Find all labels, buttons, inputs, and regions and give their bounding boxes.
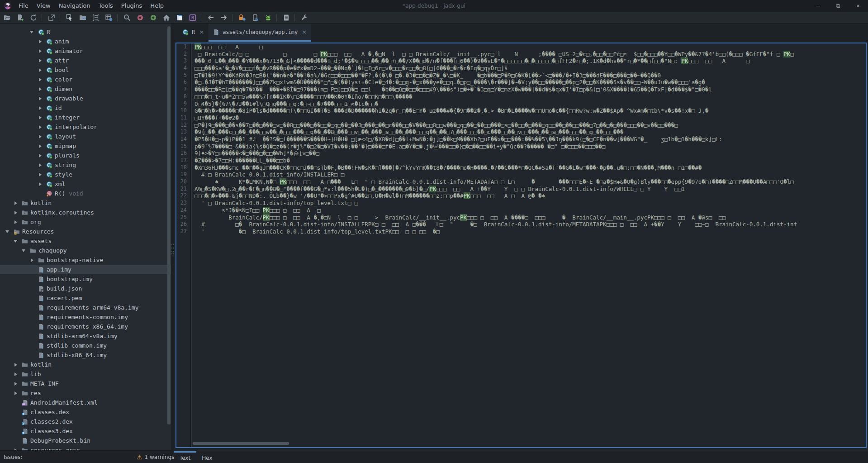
m-plugin-icon[interactable]: M [187,13,199,23]
chevron-collapsed-icon[interactable] [38,97,46,100]
minimize-button[interactable]: – [808,0,828,12]
chevron-collapsed-icon[interactable] [13,382,22,386]
table-setup-icon[interactable] [103,13,115,23]
device-icon[interactable] [249,13,261,23]
tree-item-bootstrap-native[interactable]: bootstrap-native [0,255,171,265]
comment-search-icon[interactable] [147,13,159,23]
tree-item-id[interactable]: id [0,103,171,113]
tree-item-kotlin[interactable]: kotlin [0,360,171,369]
chevron-collapsed-icon[interactable] [38,125,46,129]
chevron-collapsed-icon[interactable] [13,220,22,224]
chevron-collapsed-icon[interactable] [38,135,46,138]
chevron-collapsed-icon[interactable] [13,391,22,395]
tree-item-bool[interactable]: bool [0,65,171,75]
tree-item-requirements-common.imy[interactable]: ?requirements-common.imy [0,312,171,322]
forward-icon[interactable] [218,13,230,23]
tree-item-res[interactable]: res [0,388,171,398]
tree-item-dimen[interactable]: dimen [0,84,171,94]
tree-item-org[interactable]: org [0,217,171,227]
horizontal-scrollbar[interactable] [193,442,289,445]
warnings-chip[interactable]: ⚠ 1 warnings [137,451,174,463]
home-icon[interactable] [161,13,172,23]
chevron-collapsed-icon[interactable] [38,144,46,148]
tree-item-classes2.dex[interactable]: Jclasses2.dex [0,417,171,426]
chevron-collapsed-icon[interactable] [13,201,22,205]
chevron-collapsed-icon[interactable] [13,372,22,376]
view-tab-hex[interactable]: Hex [197,451,217,463]
back-icon[interactable] [205,13,217,23]
tree-item-chaquopy[interactable]: chaquopy [0,246,171,255]
tree-item-cacert.pem[interactable]: ?cacert.pem [0,293,171,303]
close-tab-icon[interactable]: × [301,29,307,35]
tree-item-debugprobeskt.bin[interactable]: ?DebugProbesKt.bin [0,436,171,445]
view-tab-text[interactable]: Text [174,451,196,463]
app-window-icon[interactable] [174,13,185,23]
chevron-collapsed-icon[interactable] [38,173,46,177]
tree-item-string[interactable]: string [0,160,171,170]
menu-view[interactable]: View [33,0,55,12]
tree-item-resources[interactable]: Resources [0,227,171,236]
tree-item-interpolator[interactable]: interpolator [0,122,171,132]
chevron-collapsed-icon[interactable] [38,154,46,158]
chevron-collapsed-icon[interactable] [38,116,46,119]
code-area[interactable]: PK□□□ □□ A □ □ BrainCalc/□ □ □ □ PK□□□ □… [192,43,866,447]
chevron-collapsed-icon[interactable] [38,68,46,72]
tree-item-color[interactable]: color [0,75,171,84]
android-icon[interactable] [262,13,274,23]
tree-item-layout[interactable]: layout [0,132,171,141]
chevron-collapsed-icon[interactable] [38,182,46,186]
menu-navigation[interactable]: Navigation [55,0,95,12]
tree-item-animator[interactable]: animator [0,46,171,56]
tree-item-build.json[interactable]: @build.json [0,284,171,293]
menu-plugins[interactable]: Plugins [117,0,147,12]
tree-item-r[interactable]: mR() void [0,189,171,198]
tree-item-assets[interactable]: assets [0,236,171,246]
menu-file[interactable]: File [14,0,33,12]
tree-item-mipmap[interactable]: mipmap [0,141,171,151]
editor-tab-app.imy[interactable]: ?assets/chaquopy/app.imy× [209,24,311,42]
chevron-collapsed-icon[interactable] [38,163,46,167]
chevron-collapsed-icon[interactable] [13,211,22,215]
tree-scrollbar[interactable] [167,26,171,425]
tree-item-plurals[interactable]: plurals [0,151,171,160]
chevron-collapsed-icon[interactable] [38,87,46,91]
tree-item-resources.arsc[interactable]: resources.arsc [0,445,171,451]
chevron-expanded-icon[interactable] [21,249,30,252]
chevron-collapsed-icon[interactable] [38,49,46,53]
tree-item-requirements-x8664.imy[interactable]: ?requirements-x86_64.imy [0,322,171,331]
export-icon[interactable] [46,13,57,23]
log-icon[interactable] [280,13,292,23]
editor-tab-r[interactable]: R× [178,24,209,42]
open-icon[interactable] [1,13,13,23]
chevron-expanded-icon[interactable] [13,240,22,243]
tree-item-stdlib-common.imy[interactable]: ?stdlib-common.imy [0,341,171,350]
tree-item-classes.dex[interactable]: Jclasses.dex [0,407,171,417]
tree-item-classes3.dex[interactable]: Jclasses3.dex [0,426,171,436]
tree-item-attr[interactable]: attr [0,56,171,65]
chevron-expanded-icon[interactable] [5,230,14,233]
chevron-collapsed-icon[interactable] [38,106,46,110]
maximize-button[interactable]: ⧉ [828,0,848,12]
preferences-icon[interactable] [299,13,310,23]
tree-item-integer[interactable]: integer [0,113,171,122]
tree-item-stdlib-arm64-v8a.imy[interactable]: ?stdlib-arm64-v8a.imy [0,331,171,341]
tree-item-xml[interactable]: xml [0,179,171,189]
class-search-icon[interactable] [134,13,146,23]
code-viewport[interactable]: 1234567891011121314151617181920212223242… [175,43,867,448]
tree-item-app.imy[interactable]: ?app.imy [0,265,171,274]
tree-item-style[interactable]: style [0,170,171,179]
add-files-icon[interactable] [14,13,26,23]
reload-icon[interactable] [28,13,39,23]
deobfuscation-icon[interactable] [236,13,248,23]
list-view-icon[interactable] [90,13,102,23]
search-icon[interactable] [121,13,133,23]
tree-item-androidmanifest.xml[interactable]: MFAndroidManifest.xml [0,398,171,407]
menu-tools[interactable]: Tools [95,0,117,12]
chevron-collapsed-icon[interactable] [13,363,22,367]
panel-splitter[interactable] [171,24,174,451]
cursor-icon[interactable] [64,13,76,23]
tree-item-drawable[interactable]: drawable [0,94,171,103]
chevron-collapsed-icon[interactable] [38,78,46,81]
tree-item-requirements-arm64-v8a.imy[interactable]: ?requirements-arm64-v8a.imy [0,303,171,312]
chevron-collapsed-icon[interactable] [38,40,46,43]
